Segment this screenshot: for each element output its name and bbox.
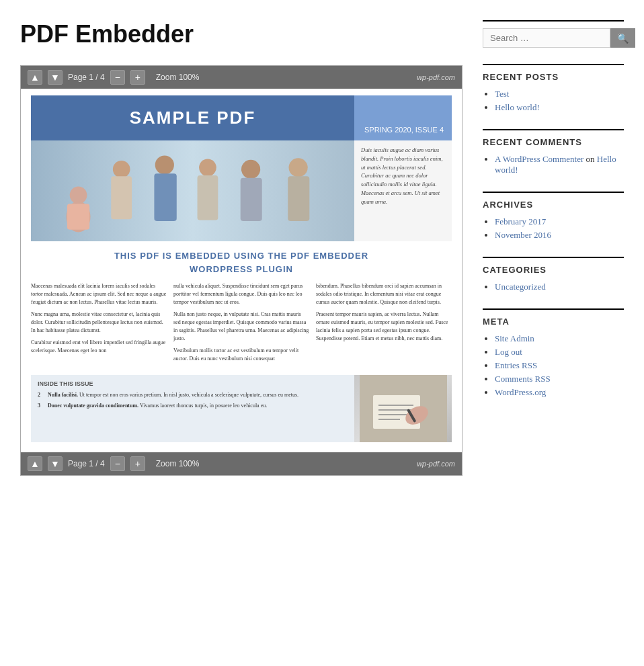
pdf-col-3-p2: Praesent tempor mauris sapien, ac viverr… xyxy=(316,310,452,343)
sidebar-archives: ARCHIVES February 2017 November 2016 xyxy=(483,192,624,241)
pdf-inside-num-1: 2 xyxy=(38,391,44,399)
list-item: Hello world! xyxy=(495,102,624,113)
svg-point-9 xyxy=(199,159,216,177)
list-item: November 2016 xyxy=(495,230,624,241)
commenter-link[interactable]: A WordPress Commenter xyxy=(495,154,583,164)
meta-site-admin[interactable]: Site Admin xyxy=(495,333,534,343)
pdf-toolbar-bottom: ▲ ▼ Page 1 / 4 − + Zoom 100% wp-pdf.com xyxy=(21,452,462,475)
site-title: PDF Embedder xyxy=(20,20,462,48)
pdf-header-left: SAMPLE PDF xyxy=(31,95,354,140)
list-item: WordPress.org xyxy=(495,387,624,398)
meta-wordpress-org[interactable]: WordPress.org xyxy=(495,387,546,397)
meta-entries-rss[interactable]: Entries RSS xyxy=(495,360,537,370)
search-icon: 🔍 xyxy=(617,33,629,44)
sidebar-search-section: 🔍 xyxy=(483,20,624,48)
meta-title: META xyxy=(483,317,624,327)
categories-list: Uncategorized xyxy=(483,282,624,292)
sidebar-categories: CATEGORIES Uncategorized xyxy=(483,257,624,292)
pdf-next-btn[interactable]: ▼ xyxy=(48,70,63,85)
pdf-zoom-level: Zoom 100% xyxy=(156,73,200,82)
svg-rect-10 xyxy=(198,175,218,220)
pdf-zoom-in-btn[interactable]: + xyxy=(130,70,145,85)
pdf-inside-text-2: Donec vulputate gravida condimentum. Viv… xyxy=(48,402,267,409)
pdf-sample-title: SAMPLE PDF xyxy=(130,108,256,128)
svg-rect-6 xyxy=(111,176,132,219)
archives-title: ARCHIVES xyxy=(483,200,624,210)
recent-posts-divider xyxy=(483,64,624,65)
svg-rect-14 xyxy=(288,176,309,221)
recent-comments-title: RECENT COMMENTS xyxy=(483,137,624,147)
archives-list: February 2017 November 2016 xyxy=(483,216,624,241)
pdf-prev-btn[interactable]: ▲ xyxy=(28,70,42,85)
pdf-col-3: bibendum. Phasellus bibendum orci id sap… xyxy=(316,282,452,367)
pdf-inside-row: INSIDE THIS ISSUE 2 Nulla facilisi. Ut t… xyxy=(31,375,452,442)
svg-rect-8 xyxy=(154,173,176,221)
pdf-image-row: Duis iaculis augue ac diam varius blandi… xyxy=(31,140,452,241)
archives-divider xyxy=(483,192,624,193)
meta-list: Site Admin Log out Entries RSS Comments … xyxy=(483,333,624,398)
pdf-body-columns: Maecenas malesuada elit lacinia lorem ia… xyxy=(31,282,452,367)
pdf-inside-item-1: 2 Nulla facilisi. Ut tempor est non eros… xyxy=(38,391,348,399)
on-text: on xyxy=(586,154,597,164)
pdf-header-right: SPRING 2020, ISSUE 4 xyxy=(354,95,452,140)
recent-post-link-hello[interactable]: Hello world! xyxy=(495,102,540,112)
category-uncategorized[interactable]: Uncategorized xyxy=(495,282,546,292)
search-input[interactable] xyxy=(483,28,610,48)
main-content: PDF Embedder ▲ ▼ Page 1 / 4 − + Zoom 100… xyxy=(20,20,462,639)
meta-comments-rss[interactable]: Comments RSS xyxy=(495,374,551,384)
archive-link-feb2017[interactable]: February 2017 xyxy=(495,216,546,226)
list-item: Comments RSS xyxy=(495,374,624,384)
pdf-zoom-out-btn[interactable]: − xyxy=(110,70,125,85)
pdf-zoom-level-bottom: Zoom 100% xyxy=(156,459,200,468)
pdf-image-caption: Duis iaculis augue ac diam varius blandi… xyxy=(354,140,452,241)
search-box: 🔍 xyxy=(483,28,624,48)
sidebar-meta: META Site Admin Log out Entries RSS Comm… xyxy=(483,308,624,398)
pdf-col-1-p1: Maecenas malesuada elit lacinia lorem ia… xyxy=(31,282,167,306)
pdf-header: SAMPLE PDF SPRING 2020, ISSUE 4 xyxy=(31,95,452,140)
pdf-col-2: nulla vehicula aliquet. Suspendisse tinc… xyxy=(173,282,309,367)
sidebar-recent-posts: RECENT POSTS Test Hello world! xyxy=(483,64,624,113)
pdf-col-1-p2: Nunc magna urna, molestie vitae consecte… xyxy=(31,310,167,335)
archive-link-nov2016[interactable]: November 2016 xyxy=(495,230,551,240)
pdf-inside-box: INSIDE THIS ISSUE 2 Nulla facilisi. Ut t… xyxy=(31,375,354,442)
pdf-col-2-p2: Nulla non justo neque, in vulputate nisi… xyxy=(173,310,309,343)
recent-comments-list: A WordPress Commenter on Hello world! xyxy=(483,154,624,175)
meta-log-out[interactable]: Log out xyxy=(495,347,522,357)
page-wrapper: PDF Embedder ▲ ▼ Page 1 / 4 − + Zoom 100… xyxy=(0,0,644,666)
list-item: Uncategorized xyxy=(495,282,624,292)
pdf-logo: wp-pdf.com xyxy=(417,73,455,81)
svg-rect-12 xyxy=(241,178,262,221)
people-silhouettes-graphic xyxy=(31,140,354,241)
pdf-col-2-p3: Vestibulum mollis tortor ac est vestibul… xyxy=(173,347,309,363)
list-item: Log out xyxy=(495,347,624,358)
list-item: February 2017 xyxy=(495,216,624,227)
recent-post-link-test[interactable]: Test xyxy=(495,89,509,99)
search-button[interactable]: 🔍 xyxy=(610,28,635,48)
pdf-col-3-p1: bibendum. Phasellus bibendum orci id sap… xyxy=(316,282,452,306)
pdf-col-1-p3: Curabitur euismod erat vel libero imperd… xyxy=(31,339,167,355)
pdf-inside-item-2: 3 Donec vulputate gravida condimentum. V… xyxy=(38,402,348,409)
pdf-zoom-out-btn-bottom[interactable]: − xyxy=(110,456,125,471)
svg-point-13 xyxy=(289,158,308,177)
pdf-logo-bottom: wp-pdf.com xyxy=(417,460,455,468)
pdf-zoom-in-btn-bottom[interactable]: + xyxy=(130,456,145,471)
recent-posts-list: Test Hello world! xyxy=(483,89,624,113)
categories-divider xyxy=(483,257,624,258)
pdf-inside-num-2: 3 xyxy=(38,402,44,409)
svg-point-7 xyxy=(155,155,174,174)
writing-svg xyxy=(360,375,447,442)
pdf-content-area: SAMPLE PDF SPRING 2020, ISSUE 4 xyxy=(21,89,462,452)
pdf-toolbar-top: ▲ ▼ Page 1 / 4 − + Zoom 100% wp-pdf.com xyxy=(21,66,462,89)
list-item: A WordPress Commenter on Hello world! xyxy=(495,154,624,175)
pdf-inner: SAMPLE PDF SPRING 2020, ISSUE 4 xyxy=(21,89,462,452)
pdf-prev-btn-bottom[interactable]: ▲ xyxy=(28,456,42,471)
pdf-next-btn-bottom[interactable]: ▼ xyxy=(48,456,63,471)
pdf-inside-title: INSIDE THIS ISSUE xyxy=(38,380,348,387)
pdf-issue-info: SPRING 2020, ISSUE 4 xyxy=(364,126,444,134)
recent-posts-title: RECENT POSTS xyxy=(483,72,624,82)
pdf-people-image xyxy=(31,140,354,241)
pdf-col-1: Maecenas malesuada elit lacinia lorem ia… xyxy=(31,282,167,367)
sidebar: 🔍 RECENT POSTS Test Hello world! RECENT … xyxy=(483,20,624,639)
pdf-writing-image xyxy=(354,375,452,442)
svg-point-3 xyxy=(70,187,87,204)
